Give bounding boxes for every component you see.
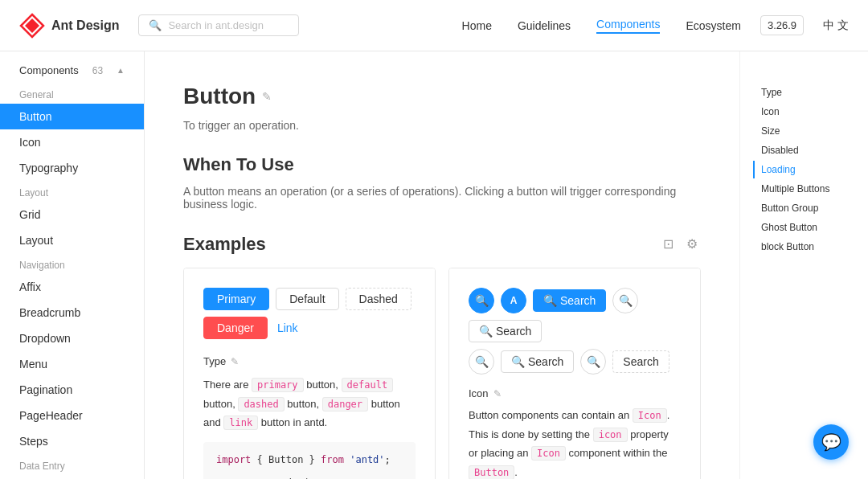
type-title-text: Type bbox=[203, 355, 226, 367]
when-to-use-desc: A button means an operation (or a series… bbox=[183, 185, 701, 211]
toc-item-disabled[interactable]: Disabled bbox=[753, 141, 855, 159]
nav-guidelines[interactable]: Guidelines bbox=[518, 19, 571, 32]
type-edit-icon[interactable]: ✎ bbox=[231, 356, 239, 367]
nav-home[interactable]: Home bbox=[462, 19, 492, 32]
toc-item-ghost-button[interactable]: Ghost Button bbox=[753, 219, 855, 236]
toc-item-icon[interactable]: Icon bbox=[753, 103, 855, 121]
sidebar-group-data-entry: Data Entry bbox=[0, 454, 144, 475]
search-label3: Search bbox=[528, 355, 563, 368]
page-edit-icon[interactable]: ✎ bbox=[262, 90, 272, 103]
icon-btn-search-circle[interactable]: 🔍 bbox=[612, 288, 638, 313]
search-label: Search bbox=[560, 294, 596, 307]
type-section-title: Type ✎ bbox=[203, 355, 416, 367]
icon-desc: Button components can contain an Icon. T… bbox=[469, 406, 681, 479]
examples-header: Examples ⊡ ⚙ bbox=[183, 233, 701, 255]
code-primary: primary bbox=[252, 378, 304, 392]
chat-icon: 💬 bbox=[821, 432, 841, 452]
default-button[interactable]: Default bbox=[276, 288, 338, 310]
nav-components[interactable]: Components bbox=[596, 18, 660, 34]
examples-actions: ⊡ ⚙ bbox=[660, 233, 701, 255]
sidebar-item-breadcrumb[interactable]: Breadcrumb bbox=[0, 300, 144, 325]
code-icon2: Icon bbox=[531, 446, 566, 461]
logo-text: Ant Design bbox=[51, 18, 119, 33]
sidebar-section-title: Components bbox=[19, 64, 79, 76]
code-link: link bbox=[223, 416, 258, 430]
code-block-type: import { Button } from 'antd'; ReactDOM.… bbox=[203, 442, 416, 479]
toc-item-button-group[interactable]: Button Group bbox=[753, 199, 855, 217]
icon-btn-search-dashed[interactable]: Search bbox=[612, 350, 669, 373]
code-dashed: dashed bbox=[238, 397, 284, 411]
icon-demo-content: 🔍 A 🔍 Search 🔍 🔍 Search bbox=[449, 268, 700, 479]
toc-item-type[interactable]: Type bbox=[753, 84, 855, 101]
code-icon-prop: icon bbox=[593, 428, 628, 442]
icon-title-text: Icon bbox=[469, 387, 489, 399]
toc-item-block-button[interactable]: block Button bbox=[753, 238, 855, 256]
sidebar-group-navigation: Navigation bbox=[0, 253, 144, 274]
icon-btn-search-blue-circle[interactable]: 🔍 bbox=[469, 288, 494, 313]
icon-btn-search-default[interactable]: 🔍 Search bbox=[469, 320, 542, 342]
search-bar[interactable]: 🔍 Search in ant.design bbox=[138, 14, 299, 36]
search-icon-inner3: 🔍 bbox=[511, 355, 525, 368]
sidebar-item-icon[interactable]: Icon bbox=[0, 129, 144, 155]
search-label4: Search bbox=[623, 355, 658, 368]
sidebar-item-typography[interactable]: Typography bbox=[0, 155, 144, 181]
code-danger: danger bbox=[322, 397, 368, 411]
icon-btn-circle2[interactable]: 🔍 bbox=[580, 349, 606, 375]
icon-btn-a-blue[interactable]: A bbox=[501, 288, 526, 313]
search-placeholder: Search in ant.design bbox=[168, 19, 264, 31]
sidebar-item-pageheader[interactable]: PageHeader bbox=[0, 403, 144, 428]
top-nav: Ant Design 🔍 Search in ant.design Home G… bbox=[0, 0, 868, 51]
toc-item-loading[interactable]: Loading bbox=[753, 161, 855, 178]
sidebar-item-dropdown[interactable]: Dropdown bbox=[0, 325, 144, 351]
sidebar-count: 63 bbox=[92, 65, 103, 76]
chevron-up-icon: ▲ bbox=[117, 66, 125, 75]
icon-btn-circle-only[interactable]: 🔍 bbox=[469, 349, 494, 375]
search-icon-inner2: 🔍 bbox=[479, 325, 493, 338]
sidebar: Components 63 ▲ General Button Icon Typo… bbox=[0, 51, 145, 479]
lang-btn[interactable]: 中 文 bbox=[823, 18, 849, 33]
examples-grid: Primary Default Dashed Danger Link Type … bbox=[183, 268, 701, 479]
dashed-button[interactable]: Dashed bbox=[346, 288, 411, 310]
search-icon-inner: 🔍 bbox=[543, 294, 557, 307]
icon-demo-card: 🔍 A 🔍 Search 🔍 🔍 Search bbox=[448, 268, 701, 479]
type-buttons-row: Primary Default Dashed Danger Link bbox=[203, 288, 416, 339]
nav-ecosystem[interactable]: Ecosystem bbox=[686, 19, 740, 32]
chat-button[interactable]: 💬 bbox=[813, 424, 849, 460]
logo[interactable]: Ant Design bbox=[19, 13, 119, 39]
icon-edit-icon[interactable]: ✎ bbox=[493, 388, 502, 399]
version-select[interactable]: 3.26.9 bbox=[760, 15, 804, 35]
type-demo-card: Primary Default Dashed Danger Link Type … bbox=[183, 268, 436, 479]
logo-icon bbox=[19, 13, 45, 39]
icon-btn-search-default2[interactable]: 🔍 Search bbox=[501, 350, 574, 373]
settings-icon[interactable]: ⚙ bbox=[683, 233, 701, 255]
sidebar-item-menu[interactable]: Menu bbox=[0, 351, 144, 377]
sidebar-item-pagination[interactable]: Pagination bbox=[0, 377, 144, 403]
search-icon: 🔍 bbox=[149, 19, 162, 31]
icon-btn-search-primary[interactable]: 🔍 Search bbox=[533, 289, 606, 312]
expand-icon[interactable]: ⊡ bbox=[660, 233, 677, 255]
sidebar-group-general: General bbox=[0, 83, 144, 104]
examples-title: Examples bbox=[183, 234, 266, 255]
sidebar-section-header[interactable]: Components 63 ▲ bbox=[0, 51, 144, 83]
link-button[interactable]: Link bbox=[274, 317, 301, 338]
toc-item-size[interactable]: Size bbox=[753, 122, 855, 140]
icon-section-title: Icon ✎ bbox=[469, 387, 681, 399]
type-desc: There are primary button, default button… bbox=[203, 375, 416, 432]
type-demo-content: Primary Default Dashed Danger Link Type … bbox=[184, 268, 435, 479]
page-title-row: Button ✎ bbox=[183, 84, 701, 109]
code-default: default bbox=[342, 378, 394, 392]
sidebar-item-layout[interactable]: Layout bbox=[0, 227, 144, 253]
code-icon1: Icon bbox=[633, 408, 667, 423]
when-to-use-title: When To Use bbox=[183, 154, 701, 175]
page-title: Button bbox=[183, 84, 256, 109]
sidebar-item-grid[interactable]: Grid bbox=[0, 202, 144, 227]
sidebar-item-affix[interactable]: Affix bbox=[0, 274, 144, 300]
danger-button[interactable]: Danger bbox=[203, 317, 268, 339]
icon-buttons-row2: 🔍 🔍 Search 🔍 Search bbox=[469, 349, 681, 375]
sidebar-item-button[interactable]: Button bbox=[0, 104, 144, 129]
primary-button[interactable]: Primary bbox=[203, 288, 269, 310]
sidebar-item-steps[interactable]: Steps bbox=[0, 428, 144, 454]
toc: Type Icon Size Disabled Loading Multiple… bbox=[739, 51, 868, 479]
main-layout: Components 63 ▲ General Button Icon Typo… bbox=[0, 51, 868, 479]
toc-item-multiple-buttons[interactable]: Multiple Buttons bbox=[753, 180, 855, 198]
